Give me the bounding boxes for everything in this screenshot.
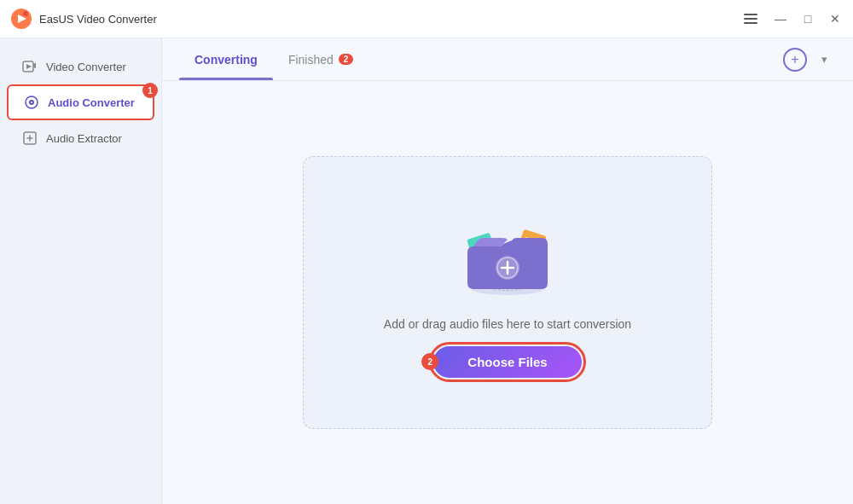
dropdown-button[interactable]: ▾ [812,48,836,72]
choose-files-badge: 2 [421,353,438,370]
app-title: EasUS Video Converter [39,13,157,26]
video-converter-icon [22,59,38,74]
close-button[interactable]: ✕ [827,11,843,26]
audio-extractor-icon [22,130,38,146]
tab-label: Finished [288,53,334,67]
sidebar-item-label: Video Converter [46,61,126,73]
folder-svg [452,208,563,302]
sidebar-badge: 1 [142,83,158,98]
sidebar: Video Converter Audio Converter 1 Audio … [0,38,162,504]
choose-files-button[interactable]: Choose Files [433,346,581,378]
app-logo: EasUS Video Converter [10,8,157,30]
audio-converter-icon [24,95,39,110]
choose-files-wrapper: 2 Choose Files [433,346,581,378]
logo-icon [10,8,32,30]
sidebar-item-label: Audio Converter [48,96,135,109]
svg-point-6 [31,101,32,103]
drop-zone[interactable]: Add or drag audio files here to start co… [303,156,712,429]
folder-illustration [452,208,563,302]
svg-point-1 [23,11,28,16]
main-layout: Video Converter Audio Converter 1 Audio … [0,38,853,504]
tabs-bar: Converting Finished 2 + ▾ [162,38,853,81]
add-tab-button[interactable]: + [783,48,807,72]
tabs-actions: + ▾ [783,48,836,72]
tab-converting[interactable]: Converting [179,38,273,80]
content-area: Converting Finished 2 + ▾ [162,38,853,504]
minimize-button[interactable]: — [773,11,788,26]
maximize-button[interactable]: □ [800,11,815,26]
sidebar-item-audio-converter[interactable]: Audio Converter 1 [7,84,154,120]
drop-zone-instruction: Add or drag audio files here to start co… [384,317,631,331]
svg-marker-3 [26,64,32,69]
drop-zone-container: Add or drag audio files here to start co… [162,81,853,504]
sidebar-item-video-converter[interactable]: Video Converter [7,50,154,83]
title-bar: EasUS Video Converter — □ ✕ [0,0,853,38]
tab-label: Converting [194,53,258,67]
title-bar-controls: — □ ✕ [744,10,843,27]
tab-finished-badge: 2 [339,54,354,65]
tab-finished[interactable]: Finished 2 [273,38,368,80]
sidebar-item-audio-extractor[interactable]: Audio Extractor [7,122,154,154]
menu-button[interactable] [744,10,761,27]
sidebar-item-label: Audio Extractor [46,132,122,145]
